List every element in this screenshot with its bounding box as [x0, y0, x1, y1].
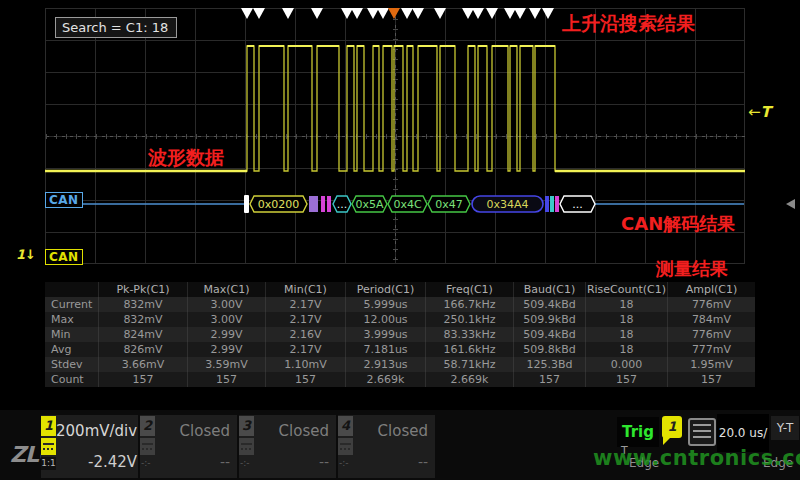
coupling-icon: [239, 438, 254, 455]
table-cell: 776mV: [667, 327, 755, 342]
table-cell: 826mV: [98, 342, 187, 357]
channel-side: 2-:-: [140, 415, 157, 478]
table-cell: 18: [585, 342, 667, 357]
table-cell: Count: [45, 372, 98, 387]
search-marker-icon: [282, 8, 294, 19]
table-row: Count1571571572.669k2.669k157157157: [45, 372, 755, 387]
table-cell: 509.4kBd: [513, 327, 585, 342]
table-header-cell: RiseCount(C1): [585, 282, 667, 297]
can-decode-track-label[interactable]: CAN: [45, 192, 83, 208]
channel-offset-label: --: [355, 447, 435, 478]
table-cell: 12.00us: [345, 312, 425, 327]
table-cell: 2.913us: [345, 357, 425, 372]
channel-boxes: 11:1200mV/div-2.42V2-:-Closed--3-:-Close…: [41, 415, 435, 478]
table-header-cell: Pk-Pk(C1): [98, 282, 187, 297]
left-arrow-icon: ←: [748, 103, 761, 121]
decode-display-icon[interactable]: [688, 418, 716, 446]
can-decode-text: 0x5A: [355, 198, 384, 211]
trigger-source-badge-icon[interactable]: 1: [662, 416, 682, 438]
search-marker-icon: [401, 8, 413, 19]
table-header-cell: Baud(C1): [513, 282, 585, 297]
table-cell: 2.99V: [187, 342, 265, 357]
search-marker-icon: [367, 8, 379, 19]
probe-ratio-label: -:-: [239, 457, 256, 470]
table-cell: 2.669k: [345, 372, 425, 387]
search-marker-icon: [542, 8, 554, 19]
table-cell: Min: [45, 327, 98, 342]
table-cell: 832mV: [98, 297, 187, 312]
table-cell: 157: [265, 372, 345, 387]
search-marker-icon: [311, 8, 323, 19]
channel-number-badge: 3: [239, 416, 254, 436]
probe-ratio-label: -:-: [338, 457, 355, 470]
table-cell: 157: [667, 372, 755, 387]
table-header-cell: Freq(C1): [425, 282, 513, 297]
table-cell: 776mV: [667, 297, 755, 312]
table-cell: 157: [585, 372, 667, 387]
coupling-icon: [140, 438, 155, 455]
channel-3-box[interactable]: 3-:-Closed--: [239, 415, 336, 478]
table-header-cell: Max(C1): [187, 282, 265, 297]
channel-side: 3-:-: [239, 415, 256, 478]
channel-4-box[interactable]: 4-:-Closed--: [338, 415, 435, 478]
can-decode-text: ...: [572, 198, 583, 211]
trigger-level-marker[interactable]: ←T: [748, 103, 771, 121]
annotation-rising-edge-search: 上升沿搜索结果: [562, 11, 695, 37]
channel-1-box[interactable]: 11:1200mV/div-2.42V: [41, 415, 138, 478]
search-marker-icon: [529, 8, 541, 19]
table-cell: 83.33kHz: [425, 327, 513, 342]
trig-button[interactable]: Trig: [617, 417, 659, 447]
channel-number-badge: 1: [41, 416, 56, 436]
can-crc-text: 0x34A4: [486, 198, 528, 211]
table-cell: 2.17V: [265, 342, 345, 357]
can-bit-marker: [545, 196, 549, 212]
table-cell: 3.00V: [187, 312, 265, 327]
search-marker-icon: [434, 8, 446, 19]
table-cell: 2.16V: [265, 327, 345, 342]
table-cell: 1.10mV: [265, 357, 345, 372]
down-arrow-icon: ↓: [25, 247, 36, 262]
can-decode-text: 0x0200: [258, 198, 300, 211]
can-bus-status-label[interactable]: CAN: [45, 249, 83, 265]
table-cell: 125.3Bd: [513, 357, 585, 372]
table-row: Min824mV2.99V2.16V3.999us83.33kHz509.4kB…: [45, 327, 755, 342]
coupling-icon: [338, 438, 353, 455]
can-bit-marker: [555, 196, 559, 212]
channel1-position-marker[interactable]: 1↓: [16, 247, 36, 262]
table-cell: 18: [585, 327, 667, 342]
channel-main: 200mV/div-2.42V: [56, 415, 144, 478]
table-cell: 18: [585, 312, 667, 327]
channel-offset-label: --: [256, 447, 336, 478]
table-cell: 2.17V: [265, 312, 345, 327]
channel-scale-label: Closed: [157, 415, 237, 447]
search-marker-icon: [486, 8, 498, 19]
table-cell: 7.181us: [345, 342, 425, 357]
search-marker-icon: [504, 8, 516, 19]
table-cell: 824mV: [98, 327, 187, 342]
can-bit-marker: [550, 196, 554, 212]
table-cell: 784mV: [667, 312, 755, 327]
decode-more-right-icon: [786, 199, 795, 209]
table-cell: 157: [187, 372, 265, 387]
table-cell: Max: [45, 312, 98, 327]
table-cell: 161.6kHz: [425, 342, 513, 357]
table-header-cell: [45, 282, 98, 297]
channel-scale-label: Closed: [355, 415, 435, 447]
channel-main: Closed--: [256, 415, 336, 478]
trigger-position-icon: [388, 8, 400, 19]
table-header-cell: Min(C1): [265, 282, 345, 297]
display-mode-button[interactable]: Y-T: [771, 416, 799, 440]
search-marker-icon: [351, 8, 363, 19]
search-marker-icon: [514, 8, 526, 19]
annotation-measurement: 测量结果: [656, 257, 728, 281]
channel-scale-label: 200mV/div: [56, 415, 144, 447]
search-marker-icon: [377, 8, 389, 19]
table-cell: Stdev: [45, 357, 98, 372]
table-cell: 157: [513, 372, 585, 387]
search-marker-icon: [462, 8, 474, 19]
channel-2-box[interactable]: 2-:-Closed--: [140, 415, 237, 478]
table-cell: 250.1kHz: [425, 312, 513, 327]
channel-offset-label: -2.42V: [56, 447, 144, 478]
channel-scale-label: Closed: [256, 415, 336, 447]
oscilloscope-screen: 0x0200...0x5A0x4C0x470x34A4... Search = …: [0, 0, 800, 480]
